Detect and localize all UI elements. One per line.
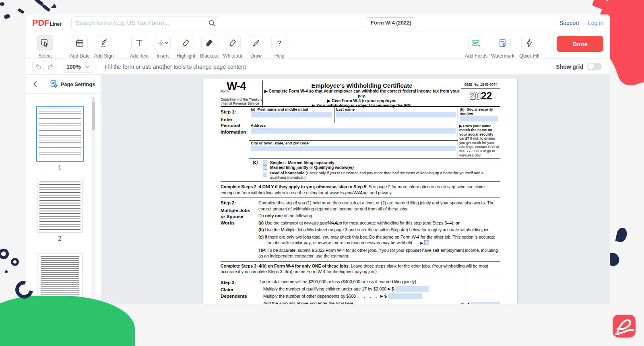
page-settings-button[interactable]: Page Settings [44, 75, 101, 93]
step3-children-row: Multiply the number of qualifying childr… [258, 286, 459, 292]
tool-label: Add Sign [94, 53, 114, 59]
filing-status-row-hoh: Head of household (Check only if you’re … [263, 171, 500, 179]
city-input[interactable] [251, 146, 456, 151]
married-jointly-checkbox[interactable] [263, 165, 267, 170]
decor-dot [4, 14, 10, 19]
highlight-button[interactable]: Highlight [175, 35, 197, 59]
dept-line2: Internal Revenue Service [221, 101, 262, 105]
thumbnail-preview [39, 181, 80, 230]
draw-button[interactable]: Draw [245, 35, 267, 59]
quick-fill-button[interactable]: Quick Fill [518, 35, 541, 59]
ssn-input[interactable] [460, 116, 498, 122]
step3-dependents-row: Multiply the number of other dependents … [258, 293, 459, 299]
highlight-brush-icon [181, 38, 191, 48]
signature-pen-icon [99, 38, 109, 48]
steps-3-4b-note: Complete Steps 3–4(b) on Form W-4 for on… [221, 262, 500, 277]
toolbar: Select Add Date Add Sign [26, 31, 610, 59]
page-number: 1 [58, 165, 62, 172]
add-date-button[interactable]: Add Date [68, 35, 91, 59]
text-icon [134, 38, 144, 48]
help-icon: ? [275, 38, 284, 48]
search-box[interactable] [71, 16, 220, 29]
add-text-button[interactable]: Add Text [128, 35, 151, 59]
decor-dash [17, 8, 24, 14]
step3-total-row: Add the amounts above and enter the tota… [258, 301, 459, 304]
total-dependents-input[interactable] [471, 302, 500, 304]
first-name-input[interactable] [251, 112, 332, 117]
step3-intro: If your total income will be $200,000 or… [258, 279, 459, 285]
last-name-input[interactable] [336, 112, 456, 117]
single-checkbox[interactable] [263, 161, 267, 165]
help-button[interactable]: ? Help [268, 35, 291, 59]
sub-toolbar: 100% Fill the form or use another tools … [26, 59, 610, 75]
show-grid-toggle[interactable] [587, 63, 602, 70]
select-tool-button[interactable]: Select [34, 35, 56, 59]
two-jobs-checkbox[interactable] [424, 240, 429, 245]
blackout-button[interactable]: Blackout [198, 35, 221, 59]
decor-ring [11, 258, 19, 266]
sidebar-scrollbar[interactable]: ▲ ▼ [91, 97, 95, 302]
step2-intro: Complete this step if you (1) hold more … [258, 200, 500, 212]
collapse-sidebar-button[interactable] [26, 75, 44, 93]
show-grid-label: Show grid [556, 64, 583, 70]
search-icon[interactable] [208, 19, 216, 27]
scrollbar-thumb[interactable] [92, 101, 95, 130]
search-input[interactable] [76, 19, 208, 26]
step2-do-only-one: Do only one of the following. [258, 213, 500, 219]
filing-status-row-single: Single or Married filing separately [263, 161, 500, 165]
done-button[interactable]: Done [557, 36, 603, 52]
page-number: 2 [58, 235, 62, 242]
form-year: 2022 [461, 89, 500, 102]
last-name-label: Last name [336, 107, 456, 111]
decor-dot [0, 2, 4, 6]
pdfliner-logo[interactable]: PDF Liner [32, 18, 62, 28]
whiteout-brush-icon [228, 38, 237, 48]
zoom-value: 100% [66, 64, 81, 70]
step3-content: If your total income will be $200,000 or… [258, 277, 459, 304]
add-fields-icon [471, 38, 481, 48]
decor-dash [42, 4, 51, 12]
address-label: Address [251, 124, 456, 128]
toggle-knob [588, 64, 594, 70]
children-amount-input[interactable] [395, 286, 429, 292]
whiteout-button[interactable]: Whiteout [221, 35, 244, 59]
thumbnail-preview [39, 109, 81, 159]
page-settings-icon [50, 80, 58, 88]
document-page: Form W-4 Department of the Treasury Inte… [203, 78, 517, 304]
address-input[interactable] [251, 128, 456, 134]
page-thumbnail-2[interactable] [37, 179, 83, 233]
calendar-icon [75, 38, 85, 48]
scroll-up-arrow[interactable]: ▲ [91, 97, 95, 100]
svg-text:?: ? [277, 39, 281, 47]
step1-label: Step 1: Enter Personal Information [221, 107, 249, 181]
login-link[interactable]: Log in [588, 20, 603, 26]
tool-label: Quick Fill [519, 53, 539, 59]
chevron-down-icon [85, 65, 90, 68]
watermark-button[interactable]: Watermark [491, 35, 514, 59]
lightning-icon [524, 38, 534, 48]
add-sign-button[interactable]: Add Sign [93, 35, 115, 59]
insert-button[interactable]: Insert [151, 35, 174, 59]
page-thumbnail-1[interactable] [36, 106, 84, 162]
head-of-household-checkbox[interactable] [263, 173, 267, 177]
undo-button[interactable] [32, 61, 44, 72]
redo-button[interactable] [45, 61, 56, 72]
page-settings-label: Page Settings [61, 81, 95, 87]
dept-line1: Department of the Treasury [221, 97, 262, 101]
zoom-dropdown[interactable]: 100% [62, 61, 94, 73]
decor-dot [5, 270, 8, 273]
add-fields-button[interactable]: Add Fields [465, 35, 487, 59]
line-3-number: 3 [459, 277, 466, 304]
pages-sidebar: Page Settings 1 2 ▲ ▼ [26, 75, 101, 304]
steps-2-4-note: Complete Steps 2–4 ONLY if they apply to… [221, 182, 500, 198]
logo-pdf-text: PDF [32, 18, 50, 28]
document-title-badge: Form W-4 (2022) [366, 17, 416, 28]
undo-icon [35, 63, 41, 70]
first-name-label: (a) First name and middle initial [251, 107, 332, 111]
step3-label: Step 3: Claim Dependents [221, 277, 258, 304]
logo-liner-text: Liner [50, 21, 62, 27]
tool-label: Add Fields [465, 53, 488, 59]
support-link[interactable]: Support [559, 20, 579, 26]
other-dependents-amount-input[interactable] [388, 293, 422, 299]
step2-option-a: (a) Use the estimator at www.irs.gov/W4A… [258, 220, 500, 226]
